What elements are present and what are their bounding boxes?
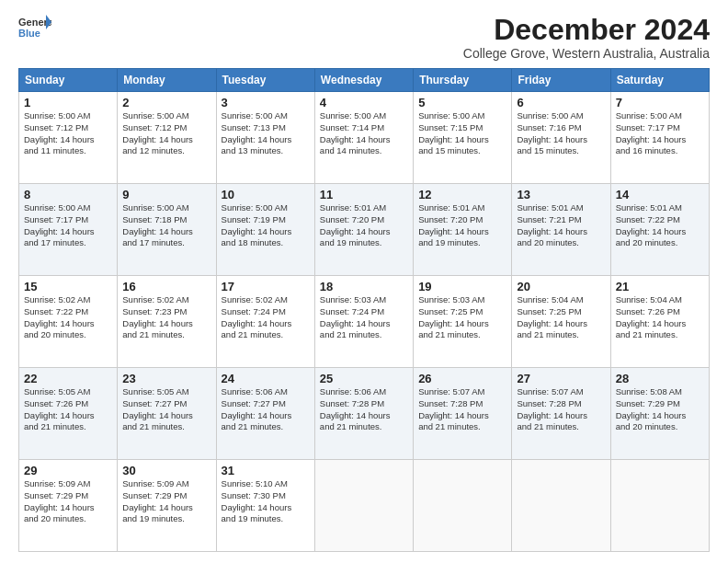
day-info: Sunrise: 5:07 AM Sunset: 7:28 PM Dayligh…	[418, 386, 506, 433]
calendar-cell: 14Sunrise: 5:01 AM Sunset: 7:22 PM Dayli…	[610, 184, 709, 276]
day-number: 25	[320, 372, 408, 385]
calendar-cell: 27Sunrise: 5:07 AM Sunset: 7:28 PM Dayli…	[512, 368, 610, 460]
calendar-cell: 25Sunrise: 5:06 AM Sunset: 7:28 PM Dayli…	[314, 368, 413, 460]
day-info: Sunrise: 5:02 AM Sunset: 7:24 PM Dayligh…	[222, 294, 310, 341]
title-block: December 2024 College Grove, Western Aus…	[463, 15, 710, 61]
day-number: 18	[320, 280, 408, 293]
day-number: 2	[122, 96, 210, 109]
calendar-cell: 18Sunrise: 5:03 AM Sunset: 7:24 PM Dayli…	[314, 276, 413, 368]
location: College Grove, Western Australia, Austra…	[463, 46, 710, 61]
day-number: 5	[418, 96, 506, 109]
day-number: 16	[122, 280, 210, 293]
day-number: 3	[222, 96, 310, 109]
day-number: 22	[24, 372, 112, 385]
day-number: 8	[24, 188, 112, 201]
day-info: Sunrise: 5:05 AM Sunset: 7:27 PM Dayligh…	[122, 386, 210, 433]
calendar-cell: 13Sunrise: 5:01 AM Sunset: 7:21 PM Dayli…	[512, 184, 610, 276]
logo-icon: General Blue	[18, 15, 51, 40]
day-info: Sunrise: 5:01 AM Sunset: 7:21 PM Dayligh…	[517, 202, 605, 249]
day-number: 21	[616, 280, 704, 293]
day-number: 30	[122, 464, 210, 477]
day-info: Sunrise: 5:04 AM Sunset: 7:26 PM Dayligh…	[616, 294, 704, 341]
day-info: Sunrise: 5:06 AM Sunset: 7:28 PM Dayligh…	[320, 386, 408, 433]
calendar-cell: 19Sunrise: 5:03 AM Sunset: 7:25 PM Dayli…	[414, 276, 512, 368]
calendar-week-5: 29Sunrise: 5:09 AM Sunset: 7:29 PM Dayli…	[19, 460, 710, 552]
calendar-cell: 7Sunrise: 5:00 AM Sunset: 7:17 PM Daylig…	[610, 92, 709, 184]
day-info: Sunrise: 5:01 AM Sunset: 7:20 PM Dayligh…	[418, 202, 506, 249]
day-number: 26	[418, 372, 506, 385]
calendar-cell: 28Sunrise: 5:08 AM Sunset: 7:29 PM Dayli…	[610, 368, 709, 460]
calendar-cell: 4Sunrise: 5:00 AM Sunset: 7:14 PM Daylig…	[314, 92, 413, 184]
col-saturday: Saturday	[610, 69, 709, 92]
day-number: 10	[222, 188, 310, 201]
calendar-cell	[414, 460, 512, 552]
day-info: Sunrise: 5:03 AM Sunset: 7:24 PM Dayligh…	[320, 294, 408, 341]
day-info: Sunrise: 5:07 AM Sunset: 7:28 PM Dayligh…	[517, 386, 605, 433]
day-number: 11	[320, 188, 408, 201]
day-number: 19	[418, 280, 506, 293]
day-number: 1	[24, 96, 112, 109]
day-number: 24	[222, 372, 310, 385]
col-wednesday: Wednesday	[314, 69, 413, 92]
day-number: 12	[418, 188, 506, 201]
calendar-cell: 20Sunrise: 5:04 AM Sunset: 7:25 PM Dayli…	[512, 276, 610, 368]
day-info: Sunrise: 5:04 AM Sunset: 7:25 PM Dayligh…	[517, 294, 605, 341]
day-info: Sunrise: 5:02 AM Sunset: 7:22 PM Dayligh…	[24, 294, 112, 341]
calendar-cell	[314, 460, 413, 552]
calendar-cell: 15Sunrise: 5:02 AM Sunset: 7:22 PM Dayli…	[19, 276, 118, 368]
day-info: Sunrise: 5:08 AM Sunset: 7:29 PM Dayligh…	[616, 386, 704, 433]
calendar-cell: 5Sunrise: 5:00 AM Sunset: 7:15 PM Daylig…	[414, 92, 512, 184]
day-info: Sunrise: 5:02 AM Sunset: 7:23 PM Dayligh…	[122, 294, 210, 341]
calendar-cell: 22Sunrise: 5:05 AM Sunset: 7:26 PM Dayli…	[19, 368, 118, 460]
day-info: Sunrise: 5:09 AM Sunset: 7:29 PM Dayligh…	[122, 478, 210, 525]
calendar-cell	[512, 460, 610, 552]
day-info: Sunrise: 5:10 AM Sunset: 7:30 PM Dayligh…	[222, 478, 310, 525]
calendar-cell: 1Sunrise: 5:00 AM Sunset: 7:12 PM Daylig…	[19, 92, 118, 184]
calendar-cell: 6Sunrise: 5:00 AM Sunset: 7:16 PM Daylig…	[512, 92, 610, 184]
col-thursday: Thursday	[414, 69, 512, 92]
day-info: Sunrise: 5:00 AM Sunset: 7:19 PM Dayligh…	[222, 202, 310, 249]
month-title: December 2024	[463, 15, 710, 44]
calendar-week-2: 8Sunrise: 5:00 AM Sunset: 7:17 PM Daylig…	[19, 184, 710, 276]
calendar-week-1: 1Sunrise: 5:00 AM Sunset: 7:12 PM Daylig…	[19, 92, 710, 184]
day-info: Sunrise: 5:06 AM Sunset: 7:27 PM Dayligh…	[222, 386, 310, 433]
day-info: Sunrise: 5:00 AM Sunset: 7:14 PM Dayligh…	[320, 110, 408, 157]
day-info: Sunrise: 5:00 AM Sunset: 7:15 PM Dayligh…	[418, 110, 506, 157]
calendar-cell: 2Sunrise: 5:00 AM Sunset: 7:12 PM Daylig…	[118, 92, 216, 184]
day-info: Sunrise: 5:00 AM Sunset: 7:13 PM Dayligh…	[222, 110, 310, 157]
calendar-cell: 30Sunrise: 5:09 AM Sunset: 7:29 PM Dayli…	[118, 460, 216, 552]
col-sunday: Sunday	[19, 69, 118, 92]
day-info: Sunrise: 5:01 AM Sunset: 7:20 PM Dayligh…	[320, 202, 408, 249]
day-info: Sunrise: 5:00 AM Sunset: 7:16 PM Dayligh…	[517, 110, 605, 157]
day-info: Sunrise: 5:01 AM Sunset: 7:22 PM Dayligh…	[616, 202, 704, 249]
header: General Blue December 2024 College Grove…	[18, 15, 710, 61]
day-info: Sunrise: 5:00 AM Sunset: 7:17 PM Dayligh…	[616, 110, 704, 157]
calendar-week-3: 15Sunrise: 5:02 AM Sunset: 7:22 PM Dayli…	[19, 276, 710, 368]
calendar-cell: 10Sunrise: 5:00 AM Sunset: 7:19 PM Dayli…	[216, 184, 314, 276]
day-info: Sunrise: 5:00 AM Sunset: 7:18 PM Dayligh…	[122, 202, 210, 249]
day-info: Sunrise: 5:00 AM Sunset: 7:12 PM Dayligh…	[24, 110, 112, 157]
day-info: Sunrise: 5:05 AM Sunset: 7:26 PM Dayligh…	[24, 386, 112, 433]
calendar-cell: 26Sunrise: 5:07 AM Sunset: 7:28 PM Dayli…	[414, 368, 512, 460]
day-number: 28	[616, 372, 704, 385]
page: General Blue December 2024 College Grove…	[0, 0, 728, 563]
calendar-cell: 9Sunrise: 5:00 AM Sunset: 7:18 PM Daylig…	[118, 184, 216, 276]
header-row: Sunday Monday Tuesday Wednesday Thursday…	[19, 69, 710, 92]
calendar-cell: 17Sunrise: 5:02 AM Sunset: 7:24 PM Dayli…	[216, 276, 314, 368]
calendar-cell: 24Sunrise: 5:06 AM Sunset: 7:27 PM Dayli…	[216, 368, 314, 460]
calendar-cell: 23Sunrise: 5:05 AM Sunset: 7:27 PM Dayli…	[118, 368, 216, 460]
day-number: 14	[616, 188, 704, 201]
calendar-cell: 29Sunrise: 5:09 AM Sunset: 7:29 PM Dayli…	[19, 460, 118, 552]
calendar-cell: 16Sunrise: 5:02 AM Sunset: 7:23 PM Dayli…	[118, 276, 216, 368]
day-number: 9	[122, 188, 210, 201]
day-number: 27	[517, 372, 605, 385]
day-info: Sunrise: 5:00 AM Sunset: 7:17 PM Dayligh…	[24, 202, 112, 249]
day-number: 31	[222, 464, 310, 477]
day-number: 20	[517, 280, 605, 293]
day-info: Sunrise: 5:00 AM Sunset: 7:12 PM Dayligh…	[122, 110, 210, 157]
calendar-cell: 3Sunrise: 5:00 AM Sunset: 7:13 PM Daylig…	[216, 92, 314, 184]
logo: General Blue	[18, 15, 51, 40]
calendar-table: Sunday Monday Tuesday Wednesday Thursday…	[18, 68, 710, 552]
day-info: Sunrise: 5:03 AM Sunset: 7:25 PM Dayligh…	[418, 294, 506, 341]
day-number: 13	[517, 188, 605, 201]
